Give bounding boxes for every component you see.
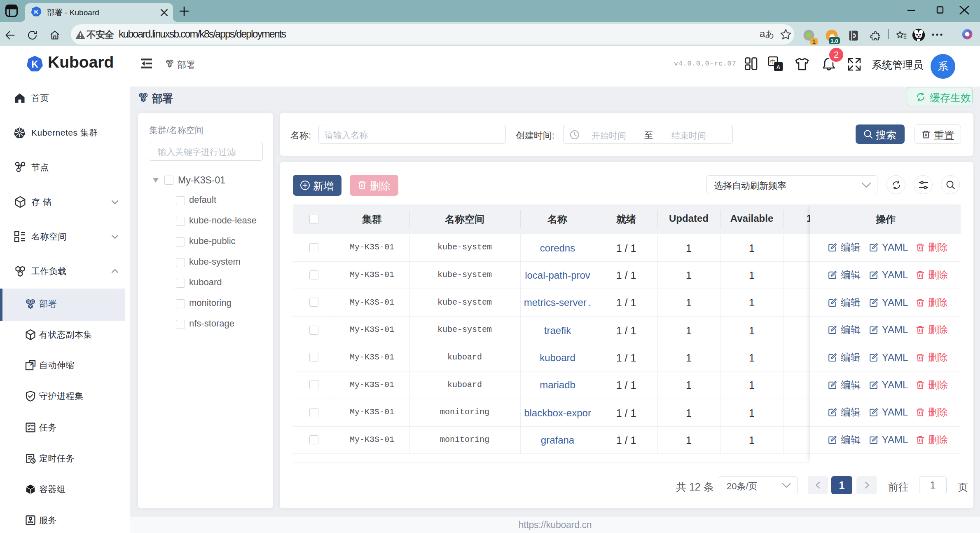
svg-text:1: 1 bbox=[812, 38, 816, 45]
svg-text:K: K bbox=[31, 59, 38, 70]
svg-text:A: A bbox=[777, 64, 781, 70]
svg-text:1.0: 1.0 bbox=[830, 38, 838, 44]
svg-text:K: K bbox=[34, 8, 38, 15]
